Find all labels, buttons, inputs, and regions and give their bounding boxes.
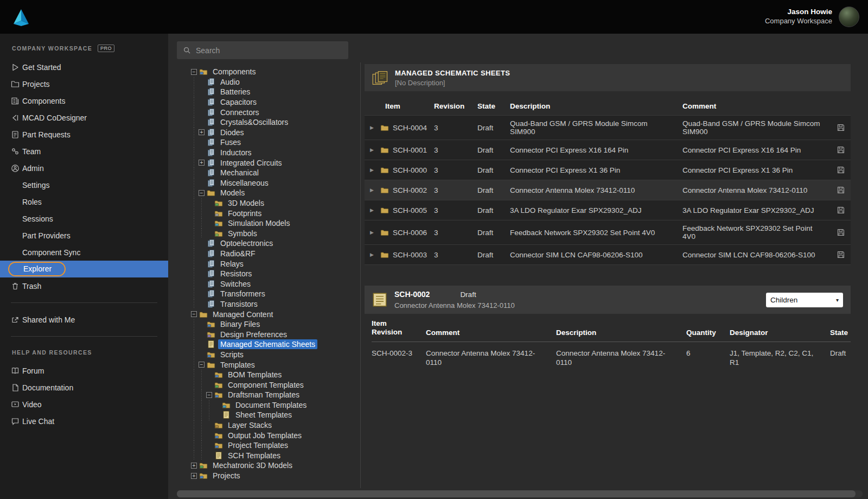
tree-node-components[interactable]: −Components: [191, 67, 360, 77]
floppy-disk-icon[interactable]: [837, 166, 845, 174]
tree-node-simulation-models[interactable]: Simulation Models: [191, 218, 360, 229]
tree-node-crystals-oscillators[interactable]: Crystals&Oscillators: [191, 117, 360, 128]
tree-node-output-job-templates[interactable]: Output Job Templates: [191, 430, 360, 440]
row-expand-icon[interactable]: ▶: [370, 207, 376, 213]
tree-node-fuses[interactable]: Fuses: [191, 137, 360, 148]
column-header-state[interactable]: State: [477, 102, 510, 110]
expand-toggle[interactable]: +: [199, 129, 205, 135]
tree-node-capacitors[interactable]: Capacitors: [191, 97, 360, 108]
tree-node-switches[interactable]: Switches: [191, 279, 360, 289]
tree-node-3d-models[interactable]: 3D Models: [191, 198, 360, 209]
sidebar-item-admin[interactable]: Admin: [0, 160, 168, 176]
tree-node-audio[interactable]: Audio: [191, 77, 360, 87]
sidebar-item-shared-with-me[interactable]: Shared with Me: [0, 311, 168, 328]
tree-node-managed-content[interactable]: −Managed Content: [191, 309, 360, 319]
tree-node-sheet-templates[interactable]: Sheet Templates: [191, 410, 360, 420]
collapse-toggle[interactable]: −: [191, 69, 197, 75]
column-header-revision[interactable]: Revision: [434, 102, 477, 110]
sidebar-item-explorer[interactable]: Explorer: [0, 261, 168, 277]
floppy-disk-icon[interactable]: [837, 206, 845, 214]
column-header-comment[interactable]: Comment: [682, 102, 829, 110]
tree-node-draftsman-templates[interactable]: −Draftsman Templates: [191, 390, 360, 400]
sidebar-item-sessions[interactable]: Sessions: [0, 210, 168, 227]
row-expand-icon[interactable]: ▶: [370, 125, 376, 130]
tree-node-resistors[interactable]: Resistors: [191, 269, 360, 279]
child-row-sch-0002-3[interactable]: SCH-0002-3Connector Antenna Molex 73412-…: [372, 342, 851, 368]
sidebar-item-live-chat[interactable]: Live Chat: [0, 413, 168, 429]
avatar[interactable]: [839, 7, 859, 27]
sidebar-item-part-requests[interactable]: Part Requests: [0, 126, 168, 143]
schematic-row-sch-0004[interactable]: ▶SCH-00043DraftQuad-Band GSM / GPRS Modu…: [365, 116, 851, 140]
row-expand-icon[interactable]: ▶: [370, 167, 376, 173]
tree-node-models[interactable]: −Models: [191, 188, 360, 198]
column-header-item[interactable]: Item: [365, 102, 434, 110]
sidebar-item-mcad-codesigner[interactable]: MCAD CoDesigner: [0, 109, 168, 126]
schematic-row-sch-0003[interactable]: ▶SCH-00033DraftConnector SIM LCN CAF98-0…: [365, 245, 851, 265]
sidebar-item-part-providers[interactable]: Part Providers: [0, 227, 168, 244]
horizontal-scrollbar[interactable]: [177, 490, 863, 497]
sidebar-item-forum[interactable]: Forum: [0, 362, 168, 379]
expand-toggle[interactable]: +: [191, 473, 197, 479]
collapse-toggle[interactable]: −: [199, 362, 205, 368]
collapse-toggle[interactable]: −: [191, 311, 197, 317]
row-expand-icon[interactable]: ▶: [370, 230, 376, 235]
sidebar-item-get-started[interactable]: Get Started: [0, 59, 168, 75]
tree-node-sch-templates[interactable]: SCH Templates: [191, 451, 360, 461]
sidebar-item-settings[interactable]: Settings: [0, 176, 168, 193]
sidebar-item-trash[interactable]: Trash: [0, 277, 168, 294]
collapse-toggle[interactable]: −: [206, 392, 212, 398]
tree-node-inductors[interactable]: Inductors: [191, 148, 360, 158]
tree-node-connectors[interactable]: Connectors: [191, 107, 360, 117]
tree-node-transistors[interactable]: Transistors: [191, 299, 360, 309]
search-input[interactable]: [196, 46, 342, 55]
floppy-disk-icon[interactable]: [837, 228, 845, 237]
tree-node-document-templates[interactable]: Document Templates: [191, 400, 360, 410]
tree-node-diodes[interactable]: +Diodes: [191, 128, 360, 138]
row-expand-icon[interactable]: ▶: [370, 147, 376, 153]
search-bar[interactable]: [177, 41, 348, 59]
floppy-disk-icon[interactable]: [837, 186, 845, 194]
tree-node-component-templates[interactable]: Component Templates: [191, 380, 360, 390]
tree-node-optoelectronics[interactable]: Optoelectronics: [191, 238, 360, 249]
tree-node-miscellaneous[interactable]: Miscellaneous: [191, 178, 360, 188]
sidebar-item-roles[interactable]: Roles: [0, 193, 168, 210]
sidebar-item-projects[interactable]: Projects: [0, 75, 168, 92]
tree-node-mechanical[interactable]: Mechanical: [191, 168, 360, 178]
tree-node-radio-rf[interactable]: Radio&RF: [191, 249, 360, 259]
floppy-disk-icon[interactable]: [837, 123, 845, 132]
tree-node-projects[interactable]: +Projects: [191, 471, 360, 481]
expand-toggle[interactable]: +: [191, 463, 197, 469]
tree-node-layer-stacks[interactable]: Layer Stacks: [191, 420, 360, 431]
sidebar-item-components[interactable]: Components: [0, 92, 168, 109]
tree-node-scripts[interactable]: Scripts: [191, 350, 360, 360]
tree-node-relays[interactable]: Relays: [191, 258, 360, 269]
row-expand-icon[interactable]: ▶: [370, 187, 376, 193]
sidebar-item-component-sync[interactable]: Component Sync: [0, 244, 168, 261]
children-dropdown[interactable]: Children ▾: [766, 293, 843, 307]
sidebar-item-documentation[interactable]: Documentation: [0, 379, 168, 396]
collapse-toggle[interactable]: −: [199, 190, 205, 196]
sidebar-item-team[interactable]: Team: [0, 143, 168, 160]
tree-node-design-preferences[interactable]: Design Preferences: [191, 329, 360, 339]
sidebar-item-video[interactable]: Video: [0, 396, 168, 413]
schematic-row-sch-0000[interactable]: ▶SCH-00003DraftConnector PCI Express X1 …: [365, 160, 851, 180]
tree-node-bom-templates[interactable]: BOM Templates: [191, 370, 360, 380]
schematic-row-sch-0005[interactable]: ▶SCH-00053Draft3A LDO Regulator Exar SPX…: [365, 200, 851, 220]
tree-node-mechatronic-3d-models[interactable]: +Mechatronic 3D Models: [191, 460, 360, 471]
schematic-row-sch-0001[interactable]: ▶SCH-00013DraftConnector PCI Express X16…: [365, 140, 851, 160]
tree-node-footprints[interactable]: Footprints: [191, 208, 360, 218]
tree-node-managed-schematic-sheets[interactable]: Managed Schematic Sheets: [191, 339, 360, 350]
tree-node-project-templates[interactable]: Project Templates: [191, 440, 360, 451]
scrollbar-thumb[interactable]: [177, 490, 856, 497]
tree-node-integrated-circuits[interactable]: +Integrated Circuits: [191, 157, 360, 168]
schematic-row-sch-0002[interactable]: ▶SCH-00023DraftConnector Antenna Molex 7…: [365, 180, 851, 200]
expand-toggle[interactable]: +: [199, 160, 205, 166]
tree-node-binary-files[interactable]: Binary Files: [191, 319, 360, 330]
tree-node-symbols[interactable]: Symbols: [191, 229, 360, 239]
floppy-disk-icon[interactable]: [837, 146, 845, 154]
altium-logo[interactable]: [11, 6, 33, 28]
row-expand-icon[interactable]: ▶: [370, 252, 376, 257]
column-header-description[interactable]: Description: [510, 102, 682, 110]
tree-node-templates[interactable]: −Templates: [191, 359, 360, 370]
floppy-disk-icon[interactable]: [837, 250, 845, 259]
